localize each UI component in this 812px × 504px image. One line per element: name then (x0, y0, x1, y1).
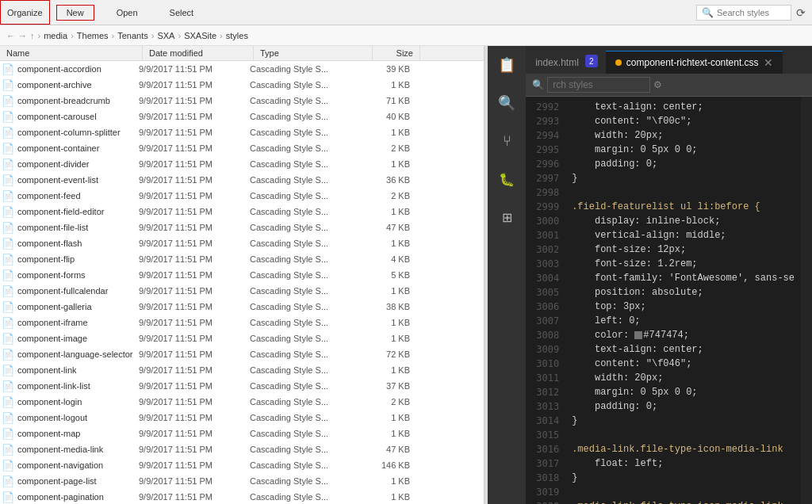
editor-search-filter-icon[interactable]: ⚙ (653, 79, 662, 90)
nav-back-icon[interactable]: ← (6, 31, 15, 40)
col-header-size[interactable]: Size (373, 46, 420, 60)
table-row[interactable]: 📄 component-container 9/9/2017 11:51 PM … (0, 140, 484, 156)
file-date: 9/9/2017 11:51 PM (139, 413, 250, 422)
breadcrumb-themes[interactable]: Themes (77, 31, 109, 40)
table-row[interactable]: 📄 component-flash 9/9/2017 11:51 PM Casc… (0, 235, 484, 251)
file-name: component-page-list (16, 476, 139, 486)
column-headers: Name Date modified Type Size (0, 46, 484, 61)
file-name: component-galleria (16, 302, 139, 311)
tab-index-html[interactable]: index.html 2 (526, 51, 606, 74)
code-line: padding: 0; (565, 157, 801, 171)
file-date: 9/9/2017 11:51 PM (139, 318, 250, 327)
file-date: 9/9/2017 11:51 PM (139, 429, 250, 438)
select-label[interactable]: Select (170, 8, 194, 17)
code-content[interactable]: text-align: center; content: "\f00c"; wi… (565, 97, 801, 504)
search-input[interactable] (717, 8, 788, 17)
breadcrumb-media[interactable]: media (44, 31, 67, 40)
breadcrumb-styles[interactable]: styles (226, 31, 248, 40)
table-row[interactable]: 📄 component-archive 9/9/2017 11:51 PM Ca… (0, 77, 484, 93)
file-name: component-pagination (16, 492, 139, 502)
code-token: } (572, 171, 577, 185)
table-row[interactable]: 📄 component-pagination 9/9/2017 11:51 PM… (0, 489, 484, 504)
table-row[interactable]: 📄 component-field-editor 9/9/2017 11:51 … (0, 204, 484, 220)
table-row[interactable]: 📄 component-event-list 9/9/2017 11:51 PM… (0, 172, 484, 188)
table-row[interactable]: 📄 component-fullcalendar 9/9/2017 11:51 … (0, 283, 484, 299)
file-type: Cascading Style S... (250, 397, 369, 407)
table-row[interactable]: 📄 component-login 9/9/2017 11:51 PM Casc… (0, 394, 484, 410)
table-row[interactable]: 📄 component-page-list 9/9/2017 11:51 PM … (0, 473, 484, 489)
table-row[interactable]: 📄 component-forms 9/9/2017 11:51 PM Casc… (0, 267, 484, 283)
file-type: Cascading Style S... (250, 476, 369, 486)
file-name: component-navigation (16, 460, 139, 470)
file-type: Cascading Style S... (250, 159, 369, 169)
code-token: width: 20px; (572, 371, 663, 385)
file-date: 9/9/2017 11:51 PM (139, 397, 250, 407)
activity-icon-debug[interactable]: 🐛 (494, 166, 519, 192)
file-type: Cascading Style S... (250, 191, 369, 200)
col-header-name[interactable]: Name (0, 46, 143, 60)
file-icon: 📄 (0, 254, 16, 265)
tab-component-css[interactable]: component-richtext-content.css ✕ (606, 51, 783, 74)
table-row[interactable]: 📄 component-map 9/9/2017 11:51 PM Cascad… (0, 426, 484, 441)
file-icon: 📄 (0, 95, 16, 107)
file-size: 4 KB (369, 254, 416, 264)
file-name: component-field-editor (16, 207, 139, 216)
breadcrumb-sep: › (38, 31, 41, 40)
activity-icon-git[interactable]: ⑂ (494, 128, 519, 154)
table-row[interactable]: 📄 component-feed 9/9/2017 11:51 PM Casca… (0, 188, 484, 204)
nav-forward-icon[interactable]: → (18, 31, 27, 40)
breadcrumb-sxasite[interactable]: SXASite (184, 31, 216, 40)
table-row[interactable]: 📄 component-divider 9/9/2017 11:51 PM Ca… (0, 156, 484, 172)
code-token: width: 20px; (572, 128, 663, 143)
col-header-date[interactable]: Date modified (143, 46, 254, 60)
file-name: component-breadcrumb (16, 96, 139, 105)
nav-up-icon[interactable]: ↑ (30, 31, 35, 40)
code-token: vertical-align: middle; (572, 228, 726, 242)
file-type: Cascading Style S... (250, 207, 369, 216)
organize-label[interactable]: Organize (7, 8, 43, 17)
new-label[interactable]: New (67, 8, 84, 17)
table-row[interactable]: 📄 component-accordion 9/9/2017 11:51 PM … (0, 61, 484, 77)
breadcrumb-tenants[interactable]: Tenants (117, 31, 148, 40)
breadcrumb-sxa[interactable]: SXA (157, 31, 174, 40)
activity-icon-extensions[interactable]: ⊞ (494, 204, 519, 230)
table-row[interactable]: 📄 component-flip 9/9/2017 11:51 PM Casca… (0, 251, 484, 267)
file-icon: 📄 (0, 238, 16, 250)
table-row[interactable]: 📄 component-carousel 9/9/2017 11:51 PM C… (0, 109, 484, 124)
activity-icon-files[interactable]: 📋 (494, 52, 519, 78)
table-row[interactable]: 📄 component-navigation 9/9/2017 11:51 PM… (0, 457, 484, 473)
file-name: component-container (16, 143, 139, 153)
open-label[interactable]: Open (117, 8, 138, 17)
editor-search-input[interactable] (547, 77, 650, 93)
file-size: 1 KB (369, 334, 416, 343)
file-icon: 📄 (0, 412, 16, 424)
file-type: Cascading Style S... (250, 175, 369, 185)
file-date: 9/9/2017 11:51 PM (139, 80, 250, 90)
table-row[interactable]: 📄 component-galleria 9/9/2017 11:51 PM C… (0, 299, 484, 315)
file-type: Cascading Style S... (250, 143, 369, 153)
code-line: margin: 0 5px 0 0; (565, 385, 801, 399)
file-size: 71 KB (369, 96, 416, 105)
tab-css-label: component-richtext-content.css (626, 57, 759, 68)
activity-icon-search[interactable]: 🔍 (494, 90, 519, 116)
table-row[interactable]: 📄 component-language-selector 9/9/2017 1… (0, 346, 484, 362)
file-name: component-forms (16, 270, 139, 280)
table-row[interactable]: 📄 component-breadcrumb 9/9/2017 11:51 PM… (0, 93, 484, 109)
table-row[interactable]: 📄 component-logout 9/9/2017 11:51 PM Cas… (0, 410, 484, 426)
file-type: Cascading Style S... (250, 334, 369, 343)
table-row[interactable]: 📄 component-column-splitter 9/9/2017 11:… (0, 124, 484, 140)
code-line: .media-link.file-type-icon-media-link (565, 499, 801, 504)
tab-close-icon[interactable]: ✕ (764, 56, 773, 69)
table-row[interactable]: 📄 component-link 9/9/2017 11:51 PM Casca… (0, 362, 484, 378)
refresh-button[interactable]: ⟳ (796, 6, 806, 19)
table-row[interactable]: 📄 component-media-link 9/9/2017 11:51 PM… (0, 441, 484, 457)
file-type: Cascading Style S... (250, 445, 369, 454)
breadcrumb: ← → ↑ › media › Themes › Tenants › SXA ›… (0, 25, 812, 46)
file-icon: 📄 (0, 143, 16, 155)
col-header-type[interactable]: Type (254, 46, 373, 60)
table-row[interactable]: 📄 component-iframe 9/9/2017 11:51 PM Cas… (0, 315, 484, 330)
table-row[interactable]: 📄 component-link-list 9/9/2017 11:51 PM … (0, 378, 484, 394)
table-row[interactable]: 📄 component-file-list 9/9/2017 11:51 PM … (0, 220, 484, 235)
table-row[interactable]: 📄 component-image 9/9/2017 11:51 PM Casc… (0, 330, 484, 346)
vscode-panel: 📋 🔍 ⑂ 🐛 ⊞ index.html 2 component-richtex… (488, 46, 812, 504)
